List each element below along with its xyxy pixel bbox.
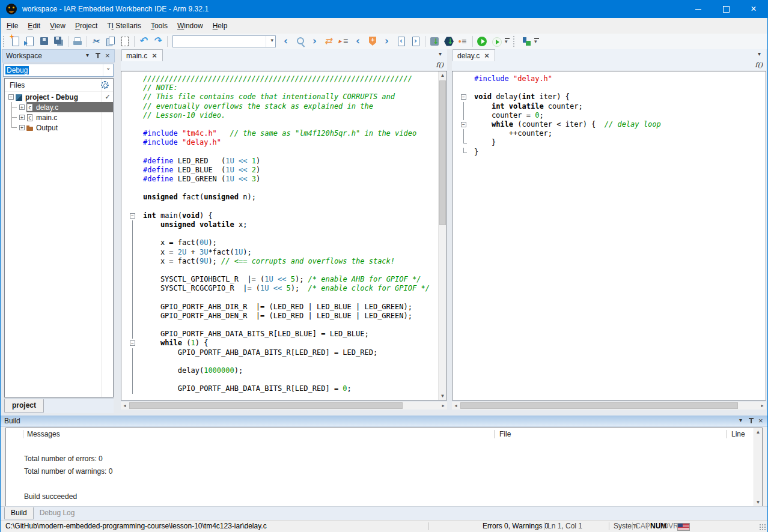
maximize-button[interactable] xyxy=(712,0,740,18)
code-line[interactable]: #include "delay.h" xyxy=(460,74,766,83)
scroll-down-arrow[interactable]: ▼ xyxy=(754,498,762,506)
code-line[interactable]: x = fact(0U); xyxy=(129,238,446,247)
tab-build[interactable]: Build xyxy=(4,507,34,519)
next-bookmark-button[interactable] xyxy=(380,35,394,48)
build-message-row[interactable]: Build succeeded xyxy=(6,491,762,503)
fold-box-marker[interactable] xyxy=(460,92,469,101)
next-document-button[interactable] xyxy=(409,35,423,48)
scroll-right-arrow[interactable]: ▸ xyxy=(439,402,447,410)
code-line[interactable]: GPIO_PORTF_AHB_DATA_BITS_R[LED_RED] = 0; xyxy=(129,384,446,393)
cut-button[interactable] xyxy=(89,35,103,48)
code-line[interactable] xyxy=(129,120,446,129)
scroll-down-arrow[interactable]: ▼ xyxy=(439,392,446,400)
save-button[interactable] xyxy=(37,35,52,48)
pin-icon[interactable] xyxy=(94,52,102,60)
quick-search-combo[interactable] xyxy=(172,35,276,47)
code-line[interactable]: while (counter < iter) { // delay loop xyxy=(460,120,766,129)
goto-list-button[interactable] xyxy=(337,35,351,48)
code-editor-main-c[interactable]: ////////////////////////////////////////… xyxy=(121,71,447,401)
code-line[interactable]: ////////////////////////////////////////… xyxy=(129,74,446,83)
tree-item-delay-c[interactable]: +delay.c xyxy=(5,102,113,112)
collapse-icon[interactable]: − xyxy=(8,94,14,100)
code-line[interactable]: #define LED_BLUE (1U << 2) xyxy=(129,166,446,175)
code-line[interactable] xyxy=(129,184,446,193)
build-message-row[interactable]: Total number of warnings: 0 xyxy=(6,465,762,478)
title-bar[interactable]: workspace - IAR Embedded Workbench IDE -… xyxy=(1,0,767,18)
download-button[interactable] xyxy=(442,35,456,48)
chevron-down-icon[interactable] xyxy=(737,417,746,425)
code-line[interactable]: // Lesson-10 video. xyxy=(129,111,446,120)
nav-forward-button[interactable] xyxy=(308,35,322,48)
build-list-button[interactable] xyxy=(456,35,471,48)
fold-box-marker[interactable] xyxy=(129,339,138,348)
scrollbar-thumb[interactable] xyxy=(439,80,446,225)
close-icon[interactable] xyxy=(103,52,112,60)
minimize-button[interactable] xyxy=(684,0,712,18)
code-line[interactable]: #include "tm4c.h" // the same as "lm4f12… xyxy=(129,129,446,138)
build-panel-header[interactable]: Build xyxy=(1,416,767,427)
code-line[interactable]: counter = 0; xyxy=(460,111,766,120)
debug-without-downloading-button[interactable] xyxy=(489,35,504,48)
find-button[interactable] xyxy=(293,35,308,48)
tab-project[interactable]: project xyxy=(4,399,44,413)
close-button[interactable] xyxy=(740,0,767,18)
code-line[interactable]: unsigned fact(unsigned n); xyxy=(129,193,446,202)
build-message-row[interactable] xyxy=(6,478,762,491)
code-line[interactable]: void delay(int iter) { xyxy=(460,92,766,101)
code-line[interactable]: unsigned volatile x; xyxy=(129,220,446,229)
code-line[interactable] xyxy=(129,148,446,157)
tab-delay-c[interactable]: delay.c xyxy=(453,49,495,61)
column-line[interactable]: Line xyxy=(726,430,745,438)
chevron-down-icon[interactable] xyxy=(266,36,275,47)
code-line[interactable]: x = 2U + 3U*fact(1U); xyxy=(129,248,446,257)
make-button[interactable] xyxy=(427,35,442,48)
scroll-up-arrow[interactable]: ▲ xyxy=(439,71,446,79)
chevron-down-icon[interactable] xyxy=(757,51,764,58)
cstat-analyze-button[interactable] xyxy=(519,35,533,48)
menu-window[interactable]: Window xyxy=(172,18,208,34)
gear-icon[interactable] xyxy=(101,81,109,89)
menu-file[interactable]: File xyxy=(2,18,23,34)
function-list-button[interactable]: f() xyxy=(753,61,764,70)
code-line[interactable] xyxy=(129,357,446,366)
files-header[interactable]: Files xyxy=(5,79,113,92)
code-line[interactable]: GPIO_PORTF_AHB_DATA_BITS_R[LED_BLUE] = L… xyxy=(129,330,446,339)
toolbar-overflow-button[interactable] xyxy=(504,35,511,48)
scrollbar-thumb[interactable] xyxy=(460,402,738,409)
save-all-button[interactable] xyxy=(52,35,66,48)
close-icon[interactable] xyxy=(152,52,158,59)
new-document-button[interactable] xyxy=(8,35,23,48)
toolbar-grip[interactable] xyxy=(513,36,517,47)
tab-debug-log[interactable]: Debug Log xyxy=(34,507,81,519)
expand-icon[interactable]: + xyxy=(19,115,25,120)
code-line[interactable] xyxy=(129,229,446,238)
tree-item-main-c[interactable]: +main.c xyxy=(5,112,113,122)
menu-tools[interactable]: Tools xyxy=(146,18,172,34)
code-line[interactable] xyxy=(129,375,446,384)
fold-box-marker[interactable] xyxy=(460,120,469,129)
scroll-right-arrow[interactable]: ▸ xyxy=(758,402,766,410)
code-line[interactable]: #define LED_GREEN (1U << 3) xyxy=(129,175,446,184)
menu-view[interactable]: View xyxy=(45,18,70,34)
menu-ti-stellaris[interactable]: TI Stellaris xyxy=(102,18,146,34)
toolbar-overflow-button[interactable] xyxy=(533,35,541,48)
scroll-left-arrow[interactable]: ◂ xyxy=(452,402,460,410)
tree-item-project-debug[interactable]: −project - Debug✓ xyxy=(5,92,113,102)
print-button[interactable] xyxy=(70,35,85,48)
scroll-left-arrow[interactable]: ◂ xyxy=(121,402,129,410)
code-line[interactable]: GPIO_PORTF_AHB_DIR_R |= (LED_RED | LED_B… xyxy=(129,303,446,312)
paste-button[interactable] xyxy=(118,35,132,48)
expand-icon[interactable]: + xyxy=(19,104,25,110)
open-document-button[interactable] xyxy=(23,35,37,48)
code-line[interactable]: } xyxy=(460,148,766,157)
code-line[interactable]: GPIO_PORTF_AHB_DATA_BITS_R[LED_RED] = LE… xyxy=(129,348,446,357)
code-line[interactable]: SYSCTL_RCGCGPIO_R |= (1U << 5); /* enabl… xyxy=(129,284,446,293)
fold-box-marker[interactable] xyxy=(129,211,138,220)
pin-icon[interactable] xyxy=(747,417,755,425)
workspace-panel-header[interactable]: Workspace xyxy=(2,49,115,62)
nav-backward-button[interactable] xyxy=(279,35,293,48)
code-line[interactable]: #include "delay.h" xyxy=(129,138,446,147)
column-messages[interactable]: Messages xyxy=(23,430,60,438)
toggle-bookmark-button[interactable] xyxy=(365,35,380,48)
scroll-up-arrow[interactable]: ▲ xyxy=(754,428,762,436)
